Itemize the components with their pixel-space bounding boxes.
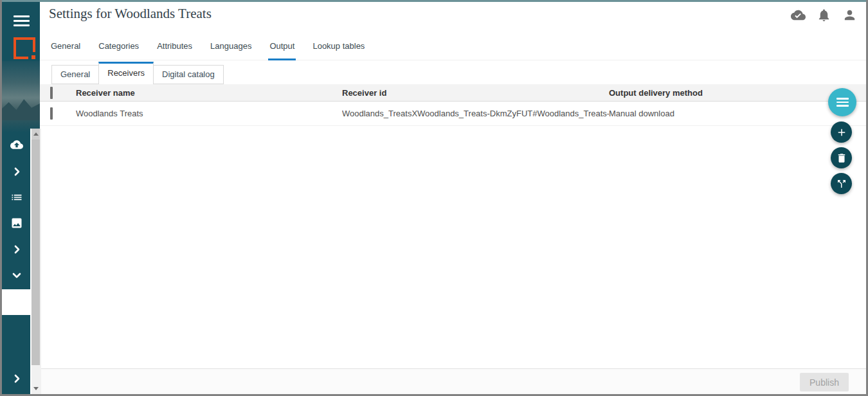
receiver-name-cell: Woodlands Treats [76,109,342,118]
subtab-general[interactable]: General [51,65,99,84]
plus-icon [836,127,847,138]
chevron-right-icon[interactable] [10,242,24,256]
select-all-checkbox[interactable] [50,87,53,99]
account-person-icon[interactable] [842,8,857,22]
sidebar-background-image [2,61,40,132]
sidebar [2,2,40,394]
table-row[interactable]: Woodlands Treats Woodlands_TreatsXWoodla… [40,102,866,126]
tab-lookup-tables[interactable]: Lookup tables [312,40,365,52]
chevron-right-icon[interactable] [10,372,24,386]
column-header-receiver-id: Receiver id [342,88,609,98]
scrollbar-down-button[interactable] [32,383,40,394]
page-title: Settings for Woodlands Treats [49,6,212,22]
image-icon[interactable] [10,216,24,230]
tab-attributes[interactable]: Attributes [156,40,193,52]
output-delivery-method-cell: Manual download [609,109,866,118]
subtab-digital-catalog[interactable]: Digital catalog [153,65,224,84]
upload-cloud-icon[interactable] [10,138,24,152]
menu-icon[interactable] [14,15,30,28]
column-header-receiver-name: Receiver name [76,88,342,98]
window-border-top [0,0,868,2]
notifications-bell-icon[interactable] [817,8,831,22]
split-mappings-button[interactable] [831,173,852,194]
receivers-table-header: Receiver name Receiver id Output deliver… [40,84,866,102]
fab-actions-menu-button[interactable] [828,88,856,116]
app-window: Settings for Woodlands Treats General Ca… [0,0,868,396]
row-checkbox[interactable] [50,107,53,120]
sidebar-item-blank [2,289,31,315]
split-arrows-icon [836,178,847,190]
mountain-silhouette [2,94,40,120]
logo-dot [32,55,35,59]
chevron-down-icon[interactable] [10,268,24,282]
tab-output[interactable]: Output [269,40,295,52]
footer-bar: Publish [40,368,866,394]
receiver-id-cell: Woodlands_TreatsXWoodlands_Treats-DkmZyF… [342,109,609,118]
menu-icon [836,96,849,109]
scrollbar-up-button[interactable] [32,129,40,140]
settings-tab-bar: General Categories Attributes Languages … [40,32,866,60]
add-receiver-button[interactable] [831,122,852,143]
tab-general[interactable]: General [50,40,81,52]
inriver-logo [14,37,35,59]
header-icons [791,8,857,22]
publish-button[interactable]: Publish [800,373,849,392]
cloud-done-icon[interactable] [791,8,806,22]
triangle-down-icon [33,387,39,390]
trash-icon [836,152,847,164]
chevron-right-icon[interactable] [10,165,24,179]
sidebar-scrollbar[interactable] [30,129,41,394]
scrollbar-thumb[interactable] [32,140,40,365]
list-icon[interactable] [10,190,24,204]
output-subtab-bar: General Receivers Digital catalog [40,62,866,84]
triangle-up-icon [33,132,39,136]
column-header-output-delivery-method: Output delivery method [609,88,866,98]
delete-receiver-button[interactable] [831,147,852,168]
window-border-left [0,0,2,396]
subtab-receivers[interactable]: Receivers [98,62,154,84]
tab-categories[interactable]: Categories [98,40,140,52]
tab-languages[interactable]: Languages [210,40,252,52]
